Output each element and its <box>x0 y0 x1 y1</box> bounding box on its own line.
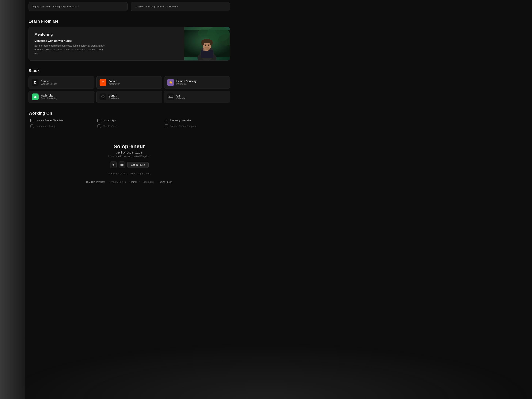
check-icon-done-1-0 <box>97 119 101 122</box>
working-section-title: Working On <box>28 111 230 116</box>
working-label-0-1: Launch Mentoring <box>36 125 56 127</box>
cal-icon: cal.com <box>167 94 174 100</box>
contra-info: Contra Freelance <box>109 94 119 100</box>
svg-text:cal.com: cal.com <box>169 96 173 98</box>
mailerlite-info: MailerLite Email Marketing <box>41 94 57 100</box>
zapier-icon: Z <box>100 79 106 86</box>
working-item-2-0: Re-design Website <box>165 119 228 122</box>
footer-section: Solopreneur April 04, 2024 - 16:04 Local… <box>28 140 230 191</box>
svg-point-14 <box>208 44 209 46</box>
footer-name: Solopreneur <box>28 143 230 150</box>
contra-name: Contra <box>109 94 119 97</box>
lemon-info: Lemon Squeezy Payments <box>176 80 197 85</box>
top-card-2-text: stunning multi-page website in Framer? <box>135 5 178 8</box>
stack-card-contra[interactable]: Contra Freelance <box>96 91 162 103</box>
mailerlite-icon <box>32 94 38 100</box>
mailerlite-name: MailerLite <box>41 94 57 97</box>
framer-name: Framer <box>41 80 57 83</box>
lemon-icon: 🍋 <box>167 79 174 86</box>
svg-point-11 <box>209 40 213 46</box>
working-item-1-0: Launch App <box>97 119 161 122</box>
svg-point-3 <box>197 28 216 38</box>
working-section: Working On Launch Framer Template Launch… <box>28 111 230 130</box>
working-item-0-1: Launch Mentoring <box>30 124 94 128</box>
svg-point-23 <box>103 96 103 97</box>
working-col-0: Launch Framer Template Launch Mentoring <box>28 119 95 130</box>
zapier-name: Zapier <box>109 80 120 83</box>
stack-grid: Framer Website Builder Z Zapier Autom <box>28 76 230 103</box>
footer-thanks: Thanks for visiting, see you again soon. <box>28 172 230 175</box>
footer-bullet-1: • <box>107 181 108 183</box>
social-youtube-button[interactable] <box>119 162 125 168</box>
check-icon-pending-0-1 <box>30 124 34 128</box>
framer-info: Framer Website Builder <box>41 80 57 85</box>
zapier-info: Zapier Automation <box>109 80 120 85</box>
footer-bullet-2: • <box>139 181 140 183</box>
contact-button[interactable]: Get In Touch <box>127 162 148 168</box>
main-content: highly-converting landing page in Framer… <box>25 0 234 399</box>
svg-point-10 <box>201 40 204 46</box>
mentoring-title: Mentoring <box>34 32 178 37</box>
framer-desc: Website Builder <box>41 83 57 85</box>
working-label-2-1: Launch Notion Template <box>170 125 197 127</box>
lemon-desc: Payments <box>176 83 197 85</box>
cal-name: Cal <box>176 94 186 97</box>
framer-icon <box>32 79 38 86</box>
youtube-icon <box>120 163 124 166</box>
creator-link[interactable]: Hamza Ehsan <box>158 181 172 183</box>
check-icon-done-2-0 <box>165 119 168 122</box>
zapier-desc: Automation <box>109 83 120 85</box>
stack-card-zapier[interactable]: Z Zapier Automation <box>96 76 162 89</box>
left-sidebar <box>0 0 25 399</box>
working-label-0-0: Launch Framer Template <box>36 119 63 122</box>
footer-created-label: Created by <box>143 181 154 183</box>
working-item-2-1: Launch Notion Template <box>165 124 228 128</box>
check-icon-pending-2-1 <box>165 124 168 128</box>
person-illustration <box>184 27 230 60</box>
x-icon <box>112 163 115 166</box>
top-card-2[interactable]: stunning multi-page website in Framer? <box>131 2 230 11</box>
contact-label: Get In Touch <box>131 163 145 166</box>
mentoring-text: Mentoring Mentoring with Darwin Nunez Bu… <box>29 27 184 60</box>
contra-desc: Freelance <box>109 97 119 100</box>
working-label-1-1: Create Video <box>103 125 117 127</box>
working-item-0-0: Launch Framer Template <box>30 119 94 122</box>
mentoring-desc: Build a Framer template business, build … <box>34 44 107 55</box>
lemon-name: Lemon Squeezy <box>176 80 197 83</box>
top-card-1[interactable]: highly-converting landing page in Framer… <box>28 2 128 11</box>
social-x-button[interactable] <box>110 162 117 168</box>
check-icon-done-0-0 <box>30 119 34 122</box>
working-label-2-0: Re-design Website <box>170 119 191 122</box>
stack-card-lemon[interactable]: 🍋 Lemon Squeezy Payments <box>164 76 230 89</box>
svg-text:🍋: 🍋 <box>169 81 172 84</box>
footer-links: Buy This Template • Proudly Built In Fra… <box>28 181 230 183</box>
contra-icon <box>100 94 106 100</box>
framer-link[interactable]: Framer <box>130 181 137 183</box>
check-icon-pending-1-1 <box>97 124 101 128</box>
working-grid: Launch Framer Template Launch Mentoring … <box>28 119 230 130</box>
svg-text:Z: Z <box>102 81 104 84</box>
top-cards: highly-converting landing page in Framer… <box>28 0 230 11</box>
buy-template-link[interactable]: Buy This Template <box>86 181 105 183</box>
svg-rect-21 <box>34 96 36 98</box>
footer-date: April 04, 2024 - 16:04 <box>28 151 230 154</box>
footer-built-label: Proudly Built In <box>110 181 126 183</box>
mentoring-subtitle: Mentoring with Darwin Nunez <box>34 39 178 42</box>
stack-card-cal[interactable]: cal.com Cal Calendar <box>164 91 230 103</box>
stack-section-title: Stack <box>28 68 230 73</box>
svg-point-13 <box>205 44 206 46</box>
stack-card-mailerlite[interactable]: MailerLite Email Marketing <box>28 91 95 103</box>
mentoring-image <box>184 27 230 60</box>
working-col-1: Launch App Create Video <box>95 119 163 130</box>
stack-card-framer[interactable]: Framer Website Builder <box>28 76 95 89</box>
svg-rect-6 <box>201 50 213 58</box>
footer-socials: Get In Touch <box>28 162 230 168</box>
mailerlite-desc: Email Marketing <box>41 97 57 100</box>
mentoring-card[interactable]: Mentoring Mentoring with Darwin Nunez Bu… <box>28 27 230 61</box>
footer-location: Local time in London, United Kingdom <box>28 155 230 158</box>
cal-desc: Calendar <box>176 97 186 100</box>
working-label-1-0: Launch App <box>103 119 116 122</box>
learn-section-title: Learn From Me <box>28 19 230 24</box>
learn-section: Learn From Me Mentoring Mentoring with D… <box>28 19 230 61</box>
top-card-1-text: highly-converting landing page in Framer… <box>32 5 79 8</box>
